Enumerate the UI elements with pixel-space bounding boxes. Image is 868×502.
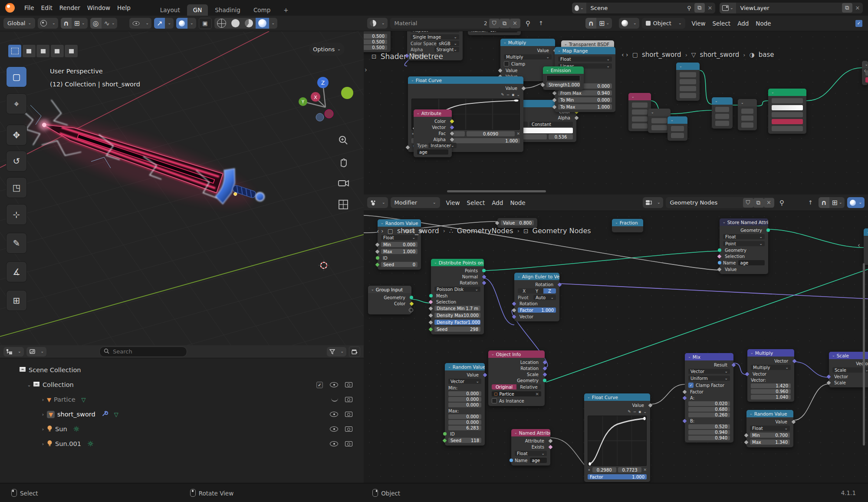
viewlayer-type-icon[interactable]: ⌄: [720, 3, 736, 13]
node-row[interactable]: Density Factor1.000: [431, 319, 484, 326]
node-row[interactable]: Strength1.000: [543, 81, 584, 88]
shader2-node-mini-colorramp[interactable]: ⌄: [768, 89, 806, 134]
outliner-row-short_sword[interactable]: ›▼short_sword▽: [0, 409, 364, 420]
node-header[interactable]: ⌄Store Named Attrib...: [720, 218, 768, 226]
collapse-chevron-icon[interactable]: ⌄: [417, 112, 420, 115]
dropdown[interactable]: Float⌄: [723, 234, 765, 239]
dropdown[interactable]: Multiply⌄: [504, 54, 552, 59]
vector-component-field[interactable]: 0.680: [688, 407, 730, 412]
filter-dropdown[interactable]: ⌄: [327, 347, 346, 357]
node-row[interactable]: Factor1.000: [514, 307, 559, 314]
node-header[interactable]: ⌄Align Euler to Vector: [514, 273, 559, 280]
node-header[interactable]: ⌄: [676, 63, 700, 70]
snap-controls[interactable]: ∩⊞⌄: [585, 18, 612, 29]
snap-controls[interactable]: ∩⊞⌄: [819, 197, 845, 208]
geo-node-object-info[interactable]: ⌄Object InfoLocationRotationScaleGeometr…: [488, 350, 545, 406]
number-field[interactable]: Seed0: [381, 262, 418, 267]
select-mode-extend[interactable]: [22, 44, 36, 58]
number-field[interactable]: Max1.340: [750, 439, 790, 445]
snap-magnet-icon[interactable]: ∩: [585, 18, 596, 29]
hide-eye-icon[interactable]: [330, 382, 338, 387]
dropdown[interactable]: Float⌄: [558, 56, 612, 62]
horizontal-scrollbar[interactable]: [447, 190, 546, 192]
node-row[interactable]: Max1.340: [746, 439, 793, 446]
collapse-chevron-icon[interactable]: ⌄: [514, 431, 517, 435]
parent-node-tree-icon[interactable]: ↑: [806, 198, 816, 208]
shader-node-attribute-name-cut[interactable]: Name:col: [468, 31, 521, 35]
node-header[interactable]: ⌄Fraction: [612, 219, 643, 226]
dropdown[interactable]: Single Image⌄: [411, 34, 459, 40]
outliner-row-scene-collection[interactable]: Scene Collection: [0, 364, 364, 376]
node-row[interactable]: Float⌄: [746, 425, 793, 432]
curve-tool-icon[interactable]: ⌄: [643, 410, 647, 414]
node-row[interactable]: ▢Partice✕: [488, 390, 545, 397]
node-header[interactable]: ⌄Float Curve: [408, 76, 523, 84]
vector-component-field[interactable]: 0.520: [688, 424, 730, 429]
node-header[interactable]: ⌄: [768, 89, 806, 96]
number-field[interactable]: Factor1.000: [518, 307, 556, 313]
editor-type-dropdown[interactable]: ⌄: [367, 18, 388, 29]
collapse-chevron-icon[interactable]: ⌄: [750, 412, 753, 416]
segmented-buttons[interactable]: OriginalRelative: [492, 384, 541, 390]
select-mode-subtract[interactable]: [36, 44, 50, 58]
sidebar-toggle-arrow[interactable]: ‹: [864, 67, 866, 75]
node-row[interactable]: 1.420: [747, 383, 794, 389]
outliner-row-partice[interactable]: ›▼Partice▽: [0, 394, 364, 405]
node-row[interactable]: Float⌄: [511, 450, 550, 457]
pin-icon[interactable]: ⚲: [684, 3, 694, 13]
collapse-chevron-icon[interactable]: ⌄: [587, 396, 590, 399]
menu-select[interactable]: Select: [464, 199, 489, 206]
scene-type-icon[interactable]: ⌄: [572, 3, 586, 13]
delete-point-icon[interactable]: ✕: [643, 468, 647, 472]
vector-component-field[interactable]: 0.020: [688, 401, 730, 406]
select-mode-new[interactable]: [8, 44, 22, 58]
transform-tool[interactable]: ⊹: [6, 204, 27, 225]
node-header[interactable]: ⌄: [667, 116, 687, 124]
blender-logo-icon[interactable]: [5, 3, 15, 13]
vector-component-field[interactable]: 0.960: [751, 389, 791, 394]
menu-node[interactable]: Node: [752, 20, 774, 27]
collapse-chevron-icon[interactable]: ⌄: [651, 111, 654, 114]
workspace-tab-+[interactable]: +: [277, 4, 294, 16]
select-mode-intersect[interactable]: [64, 44, 78, 58]
shading-wireframe-icon[interactable]: [214, 18, 229, 29]
curve-tool-icon[interactable]: ✎: [501, 92, 504, 97]
pan-hand-icon[interactable]: [338, 156, 349, 168]
gizmo-icon[interactable]: ↗: [154, 18, 165, 29]
socket-intc[interactable]: [443, 432, 447, 436]
node-row[interactable]: ✎−▪⌄: [408, 91, 523, 98]
number-field[interactable]: Min0.700: [750, 433, 790, 438]
socket-geo[interactable]: [410, 296, 413, 299]
geo-node-mix[interactable]: ⌄MixResultVector⌄Uniform⌄✓Clamp FactorFa…: [685, 353, 733, 443]
shading-rendered-icon[interactable]: [256, 18, 269, 29]
node-row[interactable]: From Max0.940: [555, 89, 615, 96]
node-row[interactable]: To Max1.000: [555, 103, 615, 110]
copy-tree-icon[interactable]: ⧉: [753, 198, 764, 208]
node-row[interactable]: 0.940: [685, 435, 733, 441]
curve-tool-icon[interactable]: −: [633, 410, 637, 414]
curve-tool-icon[interactable]: ▪: [512, 92, 514, 97]
socket-geo[interactable]: [482, 269, 486, 272]
dropdown[interactable]: Float⌄: [515, 451, 547, 456]
scene-name[interactable]: Scene: [586, 5, 684, 11]
segment-y[interactable]: Y: [530, 288, 543, 294]
node-row[interactable]: 0.500: [364, 45, 391, 50]
menu-node[interactable]: Node: [506, 199, 529, 206]
vector-component-field[interactable]: 0.940: [688, 436, 730, 440]
geo-node-edge-node[interactable]: ⌄: [864, 228, 868, 265]
sidebar-toggle-arrow[interactable]: ›: [365, 66, 367, 74]
number-field[interactable]: Distance Min1.7 m: [434, 306, 480, 311]
node-row[interactable]: ✓Clamp Factor: [685, 382, 733, 389]
pin-icon[interactable]: ⚲: [777, 198, 787, 208]
socket-geo[interactable]: [766, 228, 770, 232]
material-users-count[interactable]: 2: [482, 20, 489, 26]
segment-original[interactable]: Original: [492, 384, 516, 390]
text-field[interactable]: age: [738, 260, 765, 265]
node-row[interactable]: Point⌄: [720, 240, 768, 247]
socket-str[interactable]: [510, 459, 513, 462]
zoom-icon[interactable]: [338, 135, 349, 146]
node-row[interactable]: 0.680: [685, 406, 733, 412]
sword-model[interactable]: [23, 100, 270, 224]
overlays-icon[interactable]: [847, 197, 858, 208]
collapse-chevron-icon[interactable]: ⌄: [448, 365, 451, 369]
